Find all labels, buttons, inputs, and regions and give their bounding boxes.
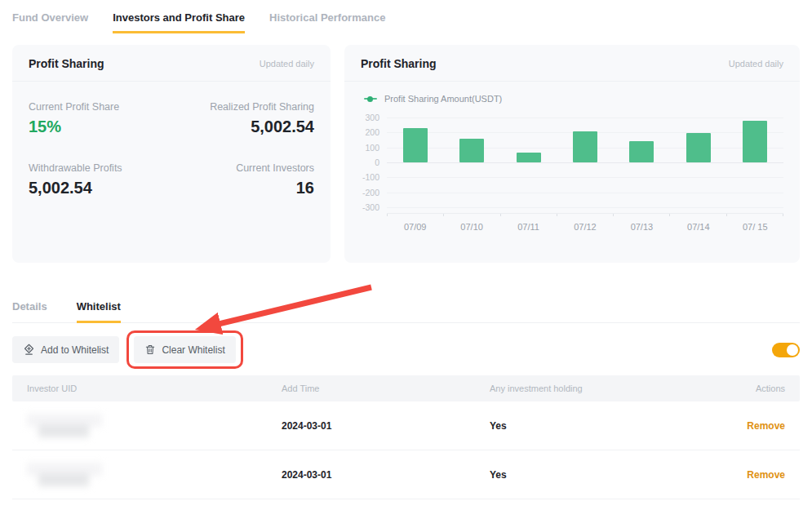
column-header-add-time: Add Time	[282, 384, 490, 393]
stat-value: 16	[171, 179, 314, 197]
axis-tick	[557, 214, 557, 216]
toolbar-buttons: Add to Whitelist Clear Whitelist	[12, 330, 243, 369]
axis-tick	[443, 214, 444, 216]
bar-slot	[557, 118, 613, 207]
y-tick-label: 0	[375, 157, 379, 167]
bar-slot	[387, 118, 443, 207]
legend-series-marker-icon	[364, 98, 377, 100]
table-row: 2024-03-01 Yes Remove	[12, 401, 800, 450]
trash-icon	[144, 344, 156, 356]
whitelist-toggle[interactable]	[772, 343, 800, 357]
bar-07-11	[517, 153, 541, 162]
legend-series-label: Profit Sharing Amount(USDT)	[384, 94, 502, 104]
remove-link[interactable]: Remove	[747, 469, 785, 481]
chart-x-labels: 07/0907/1007/1107/1207/1307/1407/ 15	[387, 222, 783, 232]
gridline	[387, 207, 783, 208]
tab-whitelist[interactable]: Whitelist	[77, 300, 121, 323]
tab-investors-and-profit-share[interactable]: Investors and Profit Share	[113, 11, 245, 33]
cell-investor-uid	[27, 463, 282, 487]
y-tick-label: 200	[365, 127, 379, 137]
bar-07-12	[573, 131, 597, 162]
bar-slot	[614, 118, 670, 207]
axis-tick	[669, 214, 670, 216]
chart-body: Profit Sharing Amount(USDT) 3002001000-1…	[344, 82, 800, 232]
bar-07-10	[459, 139, 484, 162]
bar-07-14	[686, 133, 711, 162]
stat-current-investors: Current Investors 16	[171, 162, 314, 197]
profit-sharing-summary-card: Profit Sharing Updated daily Current Pro…	[12, 45, 331, 263]
stat-value: 5,002.54	[171, 118, 314, 136]
y-tick-label: -300	[362, 202, 379, 212]
table-row: 2024-03-01 Yes Remove	[12, 450, 800, 499]
whitelist-toolbar: Add to Whitelist Clear Whitelist	[12, 330, 800, 369]
x-tick-label: 07/14	[670, 222, 726, 232]
stat-label: Current Profit Share	[29, 101, 171, 113]
chart-plot	[387, 118, 783, 207]
cell-holding: Yes	[490, 420, 720, 432]
remove-link[interactable]: Remove	[747, 420, 785, 432]
stat-current-profit-share: Current Profit Share 15%	[29, 101, 171, 136]
chart-card-header: Profit Sharing Updated daily	[344, 45, 800, 82]
stat-value: 15%	[29, 118, 171, 136]
bar-chart: 3002001000-100-200-300 07/0907/1007/1107…	[359, 118, 783, 232]
page: Fund Overview Investors and Profit Share…	[0, 0, 812, 499]
summary-card-header: Profit Sharing Updated daily	[12, 45, 331, 82]
bar-07-09	[403, 128, 428, 162]
stat-value: 5,002.54	[29, 179, 171, 197]
clear-whitelist-label: Clear Whitelist	[162, 344, 224, 356]
top-tab-bar: Fund Overview Investors and Profit Share…	[12, 11, 800, 33]
axis-tick	[387, 214, 388, 216]
investor-uid-redacted	[27, 463, 105, 487]
tab-fund-overview[interactable]: Fund Overview	[12, 11, 88, 33]
x-tick-label: 07/10	[443, 222, 499, 232]
x-tick-label: 07/09	[387, 222, 443, 232]
clear-whitelist-button[interactable]: Clear Whitelist	[134, 336, 235, 363]
add-to-whitelist-label: Add to Whitelist	[41, 344, 109, 356]
axis-tick	[726, 214, 727, 216]
bar-07--15	[743, 121, 767, 162]
column-header-any-investment-holding: Any investment holding	[490, 384, 720, 393]
cards-row: Profit Sharing Updated daily Current Pro…	[12, 45, 800, 263]
column-header-investor-uid: Investor UID	[27, 384, 282, 393]
stat-label: Current Investors	[171, 162, 314, 174]
chart-card-title: Profit Sharing	[361, 57, 437, 70]
bar-slot	[727, 118, 783, 207]
add-to-whitelist-button[interactable]: Add to Whitelist	[12, 336, 119, 363]
cell-add-time: 2024-03-01	[282, 420, 490, 432]
y-tick-label: -100	[362, 172, 379, 182]
chart-updated-daily: Updated daily	[729, 59, 783, 69]
chart-main: 07/0907/1007/1107/1207/1307/1407/ 15	[387, 118, 783, 232]
stat-withdrawable-profits: Withdrawable Profits 5,002.54	[29, 162, 171, 197]
chart-axis-ticks	[387, 213, 783, 216]
x-tick-label: 07/12	[557, 222, 613, 232]
tab-historical-performance[interactable]: Historical Performance	[269, 11, 385, 33]
summary-stats: Current Profit Share 15% Realized Profit…	[12, 82, 331, 217]
add-to-whitelist-icon	[23, 344, 35, 356]
chart-legend: Profit Sharing Amount(USDT)	[364, 94, 783, 104]
bar-slot	[443, 118, 499, 207]
chart-bars	[387, 118, 783, 207]
axis-tick	[500, 214, 501, 216]
y-tick-label: -200	[362, 188, 379, 197]
tab-details[interactable]: Details	[12, 300, 47, 323]
profit-sharing-chart-card: Profit Sharing Updated daily Profit Shar…	[344, 45, 800, 263]
bar-slot	[500, 118, 557, 207]
bar-slot	[670, 118, 726, 207]
y-tick-label: 100	[365, 143, 379, 153]
column-header-actions: Actions	[720, 384, 785, 393]
toggle-knob	[787, 344, 798, 356]
whitelist-table: Investor UID Add Time Any investment hol…	[12, 375, 800, 499]
cell-holding: Yes	[490, 469, 720, 481]
summary-card-title: Profit Sharing	[29, 57, 104, 70]
stat-label: Withdrawable Profits	[29, 162, 171, 174]
axis-tick	[613, 214, 614, 216]
annotation-highlight-box: Clear Whitelist	[126, 330, 242, 369]
bar-07-13	[629, 141, 654, 162]
investor-uid-redacted	[27, 414, 105, 438]
stat-label: Realized Profit Sharing	[171, 101, 314, 113]
cell-investor-uid	[27, 414, 282, 438]
table-header-row: Investor UID Add Time Any investment hol…	[12, 375, 800, 401]
axis-tick	[783, 214, 783, 216]
x-tick-label: 07/11	[500, 222, 557, 232]
chart-y-axis: 3002001000-100-200-300	[359, 118, 387, 207]
